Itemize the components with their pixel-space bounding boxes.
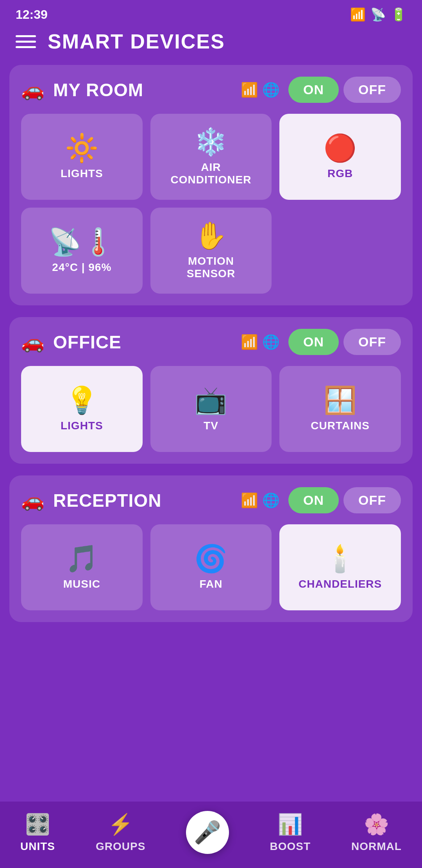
nav-groups[interactable]: ⚡ GROUPS <box>96 812 145 853</box>
network-icon: 📡 <box>370 7 386 22</box>
reception-section: 🚗 RECEPTION 📶 🌐 ON OFF 🎵 MUSIC 🌀 FAN 🕯️ … <box>9 475 413 622</box>
boost-label: BOOST <box>270 840 311 853</box>
ac-icon: ❄️ <box>194 128 227 155</box>
curtains-label: CURTAINS <box>311 420 370 432</box>
nav-units[interactable]: 🎛️ UNITS <box>20 812 55 853</box>
boost-icon: 📊 <box>277 812 303 836</box>
my-room-controls: 📶 🌐 ON OFF <box>241 77 401 103</box>
chandeliers-label: CHANDELIERS <box>299 578 382 590</box>
office-globe-icon: 🌐 <box>262 334 280 350</box>
rgb-label: RGB <box>327 167 353 180</box>
reception-header: 🚗 RECEPTION 📶 🌐 ON OFF <box>21 487 401 513</box>
groups-label: GROUPS <box>96 840 145 853</box>
office-on-button[interactable]: ON <box>288 329 339 355</box>
page-title: SMART DEVICES <box>48 30 225 53</box>
reception-on-button[interactable]: ON <box>288 487 339 513</box>
office-lamp-icon: 💡 <box>65 387 98 413</box>
my-room-title: MY ROOM <box>53 79 143 100</box>
status-bar: 12:39 📶 📡 🔋 <box>0 0 422 26</box>
motion-icon: ✋ <box>194 222 227 249</box>
normal-label: NORMAL <box>351 840 402 853</box>
temp-sensor-card[interactable]: 📡🌡️ 24°C | 96% <box>21 208 143 294</box>
office-room-icon: 🚗 <box>21 331 45 353</box>
my-room-icon: 🚗 <box>21 79 45 101</box>
chandelier-icon: 🕯️ <box>324 545 357 572</box>
tv-label: TV <box>204 420 218 432</box>
office-header: 🚗 OFFICE 📶 🌐 ON OFF <box>21 329 401 355</box>
nav-boost[interactable]: 📊 BOOST <box>270 812 311 853</box>
reception-device-grid: 🎵 MUSIC 🌀 FAN 🕯️ CHANDELIERS <box>21 524 401 610</box>
tv-icon: 📺 <box>194 387 227 413</box>
office-wifi-icon: 📶 <box>241 334 258 350</box>
reception-wifi-icon: 📶 <box>241 492 258 509</box>
office-section: 🚗 OFFICE 📶 🌐 ON OFF 💡 LIGHTS 📺 TV 🪟 CURT… <box>9 317 413 464</box>
chandeliers-card[interactable]: 🕯️ CHANDELIERS <box>279 524 401 610</box>
fan-card[interactable]: 🌀 FAN <box>150 524 272 610</box>
music-card[interactable]: 🎵 MUSIC <box>21 524 143 610</box>
my-room-device-grid: 🔆 LIGHTS ❄️ AIRCONDITIONER 🔴 RGB 📡🌡️ 24°… <box>21 114 401 294</box>
office-title-group: 🚗 OFFICE <box>21 331 122 353</box>
fan-icon: 🌀 <box>194 545 227 572</box>
reception-connectivity: 📶 🌐 <box>241 492 280 509</box>
menu-button[interactable] <box>16 35 36 48</box>
my-room-connectivity: 📶 🌐 <box>241 82 280 98</box>
bottom-navigation: 🎛️ UNITS ⚡ GROUPS 🎤 📊 BOOST 🌸 NORMAL <box>0 802 422 868</box>
rgb-card[interactable]: 🔴 RGB <box>279 114 401 200</box>
mic-icon: 🎤 <box>194 820 221 845</box>
my-room-off-button[interactable]: OFF <box>343 77 401 103</box>
my-room-section: 🚗 MY ROOM 📶 🌐 ON OFF 🔆 LIGHTS ❄️ AIRCOND… <box>9 65 413 305</box>
fan-label: FAN <box>199 578 222 590</box>
ac-label: AIRCONDITIONER <box>170 161 251 186</box>
office-off-button[interactable]: OFF <box>343 329 401 355</box>
office-controls: 📶 🌐 ON OFF <box>241 329 401 355</box>
signal-icon: 📶 <box>350 7 366 22</box>
lights-card-2[interactable]: 💡 LIGHTS <box>21 366 143 452</box>
normal-icon: 🌸 <box>364 812 389 836</box>
office-device-grid: 💡 LIGHTS 📺 TV 🪟 CURTAINS <box>21 366 401 452</box>
my-room-on-button[interactable]: ON <box>288 77 339 103</box>
reception-title-group: 🚗 RECEPTION <box>21 490 161 511</box>
temp-icon: 📡🌡️ <box>48 228 115 255</box>
temp-label: 24°C | 96% <box>52 261 111 274</box>
office-title: OFFICE <box>53 332 122 353</box>
lights-label-2: LIGHTS <box>61 420 103 432</box>
lights-label-1: LIGHTS <box>61 167 103 180</box>
curtains-card[interactable]: 🪟 CURTAINS <box>279 366 401 452</box>
music-label: MUSIC <box>63 578 100 590</box>
office-connectivity: 📶 🌐 <box>241 334 280 350</box>
lights-card-1[interactable]: 🔆 LIGHTS <box>21 114 143 200</box>
battery-icon: 🔋 <box>391 7 406 22</box>
mic-button[interactable]: 🎤 <box>186 811 229 854</box>
wifi-icon: 📶 <box>241 82 258 98</box>
my-room-header: 🚗 MY ROOM 📶 🌐 ON OFF <box>21 77 401 103</box>
rgb-icon: 🔴 <box>324 135 357 161</box>
music-icon: 🎵 <box>65 545 98 572</box>
units-label: UNITS <box>20 840 55 853</box>
globe-icon: 🌐 <box>262 82 280 98</box>
time-display: 12:39 <box>16 7 48 22</box>
nav-normal[interactable]: 🌸 NORMAL <box>351 812 402 853</box>
reception-title: RECEPTION <box>53 490 161 511</box>
motion-label: MOTIONSENSOR <box>187 255 235 280</box>
units-icon: 🎛️ <box>25 812 50 836</box>
app-header: SMART DEVICES <box>0 26 422 65</box>
motion-sensor-card[interactable]: ✋ MOTIONSENSOR <box>150 208 272 294</box>
groups-icon: ⚡ <box>108 812 133 836</box>
air-conditioner-card[interactable]: ❄️ AIRCONDITIONER <box>150 114 272 200</box>
reception-room-icon: 🚗 <box>21 490 45 511</box>
tv-card[interactable]: 📺 TV <box>150 366 272 452</box>
lamp-icon: 🔆 <box>65 135 98 161</box>
curtains-icon: 🪟 <box>324 387 357 413</box>
status-icons: 📶 📡 🔋 <box>350 7 406 22</box>
reception-controls: 📶 🌐 ON OFF <box>241 487 401 513</box>
reception-off-button[interactable]: OFF <box>343 487 401 513</box>
reception-globe-icon: 🌐 <box>262 492 280 509</box>
my-room-title-group: 🚗 MY ROOM <box>21 79 143 101</box>
